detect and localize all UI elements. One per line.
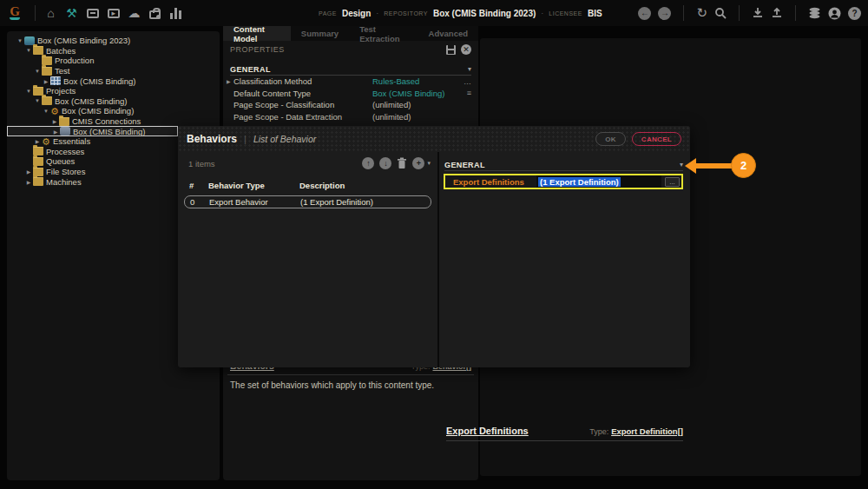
repository-icon (24, 36, 35, 45)
expand-arrow-icon[interactable]: ▶ (227, 78, 233, 84)
cloud-import-icon[interactable]: ☁ (128, 7, 141, 19)
tree-item[interactable]: ▶CMIS Connections (7, 116, 220, 127)
expand-arrow-icon[interactable]: ▼ (24, 89, 33, 94)
move-up-icon[interactable]: ↑ (362, 157, 374, 169)
upload-icon[interactable] (771, 7, 783, 19)
export-definitions-row[interactable]: Export Definitions (1 Export Definition)… (444, 174, 683, 189)
licensee-value: BIS (588, 9, 602, 18)
properties-title: PROPERTIES (230, 45, 446, 54)
type-link[interactable]: Export Definition[] (611, 426, 683, 436)
chevron-down-icon: ▾ (468, 65, 471, 73)
folder-icon (42, 56, 52, 65)
annotation-arrow: 2 (685, 153, 756, 178)
tree-item[interactable]: ▶Box (CMIS Binding) (7, 76, 220, 86)
folder-icon (33, 46, 43, 55)
export-definitions-value[interactable]: (1 Export Definition) (536, 175, 661, 188)
general-section-header[interactable]: GENERAL ▾ (444, 159, 683, 171)
expand-arrow-icon[interactable]: ▶ (42, 78, 50, 84)
tree-item[interactable]: ▼Test (7, 66, 220, 76)
move-down-icon[interactable]: ↓ (379, 157, 391, 169)
stats-icon[interactable] (169, 8, 182, 19)
close-icon[interactable]: ✕ (461, 44, 471, 55)
refresh-icon[interactable]: ↻ (696, 5, 707, 21)
content-type-icon (60, 127, 70, 135)
page-value[interactable]: Design (342, 9, 371, 18)
folder-icon (33, 157, 43, 166)
expand-arrow-icon[interactable]: ▶ (24, 179, 33, 185)
tree-item[interactable]: ▼Batches (7, 46, 220, 56)
tab-content-model[interactable]: Content Model (223, 26, 291, 41)
expand-arrow-icon[interactable]: ▼ (33, 98, 42, 103)
table-header-row: # Behavior Type Description (184, 178, 431, 193)
delete-icon[interactable] (397, 157, 407, 169)
table-row-selected[interactable]: 0 Export Behavior (1 Export Definition) (184, 195, 431, 208)
export-definitions-help: Export Definitions Type: Export Definiti… (446, 426, 683, 441)
folder-icon (59, 117, 69, 126)
help-icon[interactable]: ? (848, 7, 861, 20)
batches-icon[interactable] (86, 9, 99, 18)
user-icon[interactable] (828, 7, 841, 20)
property-row[interactable]: Default Content Type Box (CMIS Binding) … (223, 88, 478, 100)
tree-item[interactable]: ▼Projects (7, 86, 220, 96)
content-model-icon: ⚙ (50, 107, 59, 116)
tree-item[interactable]: Production (7, 56, 220, 66)
gear-icon: ⚙ (42, 137, 50, 146)
dialog-title: Behaviors (187, 133, 237, 145)
property-row[interactable]: ▶ Classification Method Rules-Based … (223, 76, 478, 88)
ellipsis-button[interactable]: ... (665, 177, 680, 187)
expand-arrow-icon[interactable]: ▶ (51, 129, 60, 135)
design-tools-icon[interactable]: ⚒ (65, 7, 78, 19)
expand-arrow-icon[interactable]: ▶ (50, 118, 59, 124)
general-section-header[interactable]: GENERAL ▾ (230, 63, 471, 76)
repository-value[interactable]: Box (CMIS Binding 2023) (433, 9, 536, 18)
folder-icon (42, 67, 52, 76)
save-icon[interactable] (446, 45, 456, 55)
grooper-logo[interactable]: G (0, 0, 30, 26)
behavior-table: # Behavior Type Description 0 Export Beh… (184, 178, 431, 208)
expand-arrow-icon[interactable]: ▶ (33, 138, 42, 144)
cancel-button[interactable]: CANCEL (632, 132, 681, 146)
annotation-step-badge: 2 (731, 153, 756, 178)
help-description: The set of behaviors which apply to this… (227, 380, 474, 390)
tree-item[interactable]: ▼Box (CMIS Binding) (7, 96, 220, 107)
add-icon[interactable]: + (412, 157, 424, 169)
tree-item[interactable]: ▼Box (CMIS Binding 2023) (7, 36, 220, 46)
expand-arrow-icon[interactable]: ▼ (24, 48, 33, 53)
back-icon[interactable]: ← (638, 7, 651, 20)
add-dropdown-caret-icon[interactable]: ▾ (427, 160, 431, 167)
batch-process-icon[interactable] (107, 9, 120, 18)
breadcrumb: PAGE Design · REPOSITORY Box (CMIS Bindi… (319, 0, 602, 26)
behavior-list-pane: 1 items ↑ ↓ + ▾ # Behavior Type Descript… (178, 152, 437, 367)
divider (35, 5, 36, 21)
tree-item[interactable]: ▼⚙Box (CMIS Binding) (7, 106, 220, 116)
arrow-head-icon (685, 158, 696, 174)
database-icon[interactable] (808, 7, 821, 19)
tab-test-extraction[interactable]: Test Extraction (349, 26, 418, 41)
ellipsis-button[interactable]: … (464, 77, 471, 86)
folder-icon (33, 177, 43, 186)
ok-button[interactable]: OK (595, 132, 626, 146)
tab-summary[interactable]: Summary (291, 26, 349, 41)
page-label: PAGE (319, 10, 337, 17)
forward-icon[interactable]: → (658, 7, 671, 20)
behavior-detail-pane: GENERAL ▾ Export Definitions (1 Export D… (439, 152, 690, 367)
top-bar: G ⌂ ⚒ ☁ PAGE Design · REPOSITORY Box (CM… (0, 0, 868, 26)
folder-icon (33, 147, 43, 155)
expand-arrow-icon[interactable]: ▼ (16, 38, 24, 43)
property-row[interactable]: Page Scope - Classification (unlimited) (223, 99, 478, 111)
menu-icon[interactable]: ≡ (467, 89, 471, 97)
download-icon[interactable] (752, 7, 764, 19)
behaviors-dialog: Behaviors | List of Behavior OK CANCEL 1… (178, 126, 690, 367)
search-icon[interactable] (714, 7, 727, 19)
property-row[interactable]: Page Scope - Data Extraction (unlimited) (223, 111, 478, 123)
batch-icon (50, 76, 61, 85)
expand-arrow-icon[interactable]: ▶ (24, 169, 33, 175)
tree-item-selected[interactable]: ▶Box (CMIS Binding) (7, 126, 178, 136)
jobs-icon[interactable] (148, 8, 161, 19)
expand-arrow-icon[interactable]: ▼ (42, 109, 50, 114)
licensee-label: LICENSEE (549, 10, 582, 17)
folder-icon (42, 96, 52, 105)
expand-arrow-icon[interactable]: ▼ (33, 69, 42, 74)
tab-advanced[interactable]: Advanced (418, 26, 478, 41)
home-icon[interactable]: ⌂ (44, 7, 57, 19)
